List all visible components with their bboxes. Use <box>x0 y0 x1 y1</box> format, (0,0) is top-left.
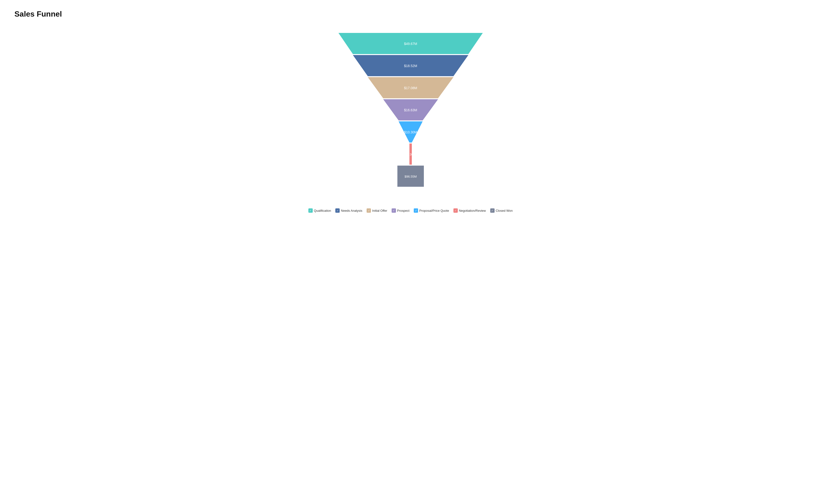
legend-label-needs-analysis: Needs Analysis <box>341 209 362 212</box>
legend-item-closed-won: ✓Closed Won <box>490 208 513 213</box>
legend-check-prospect: ✓ <box>392 208 396 213</box>
legend-check-closed-won: ✓ <box>490 208 495 213</box>
legend-item-qualification: ✓Qualification <box>308 208 331 213</box>
legend-item-negotiation-review: ✓Negotiation/Review <box>453 208 486 213</box>
funnel-label-proposal: $10.30M <box>404 130 417 134</box>
legend-label-proposal-price-quote: Proposal/Price Quote <box>419 209 449 212</box>
funnel-label-qualification: $49.67M <box>404 42 417 46</box>
legend-item-needs-analysis: ✓Needs Analysis <box>335 208 362 213</box>
legend-item-proposal-price-quote: ✓Proposal/Price Quote <box>414 208 449 213</box>
funnel-label-needs-analysis: $18.52M <box>404 64 417 68</box>
legend-check-qualification: ✓ <box>308 208 313 213</box>
funnel-label-prospect: $16.63M <box>404 108 417 112</box>
legend-item-prospect: ✓Prospect <box>392 208 409 213</box>
funnel-chart: $49.67M $18.52M $17.08M $16.63M $10.30M … <box>326 33 495 196</box>
legend-check-proposal-price-quote: ✓ <box>414 208 418 213</box>
funnel-label-initial-offer: $17.08M <box>404 86 417 90</box>
funnel-label-closed-won: $96.55M <box>404 175 417 178</box>
legend-label-qualification: Qualification <box>314 209 331 212</box>
funnel-label-negotiation: $4.36M <box>405 153 416 156</box>
legend-check-negotiation-review: ✓ <box>453 208 458 213</box>
legend-label-closed-won: Closed Won <box>496 209 513 212</box>
chart-legend: ✓Qualification✓Needs Analysis✓Initial Of… <box>308 208 513 213</box>
legend-label-initial-offer: Initial Offer <box>372 209 387 212</box>
legend-check-needs-analysis: ✓ <box>335 208 340 213</box>
legend-label-negotiation-review: Negotiation/Review <box>459 209 486 212</box>
legend-item-initial-offer: ✓Initial Offer <box>367 208 387 213</box>
legend-check-initial-offer: ✓ <box>367 208 371 213</box>
chart-container: $49.67M $18.52M $17.08M $16.63M $10.30M … <box>14 33 807 213</box>
page-title: Sales Funnel <box>14 10 62 19</box>
legend-label-prospect: Prospect <box>397 209 409 212</box>
